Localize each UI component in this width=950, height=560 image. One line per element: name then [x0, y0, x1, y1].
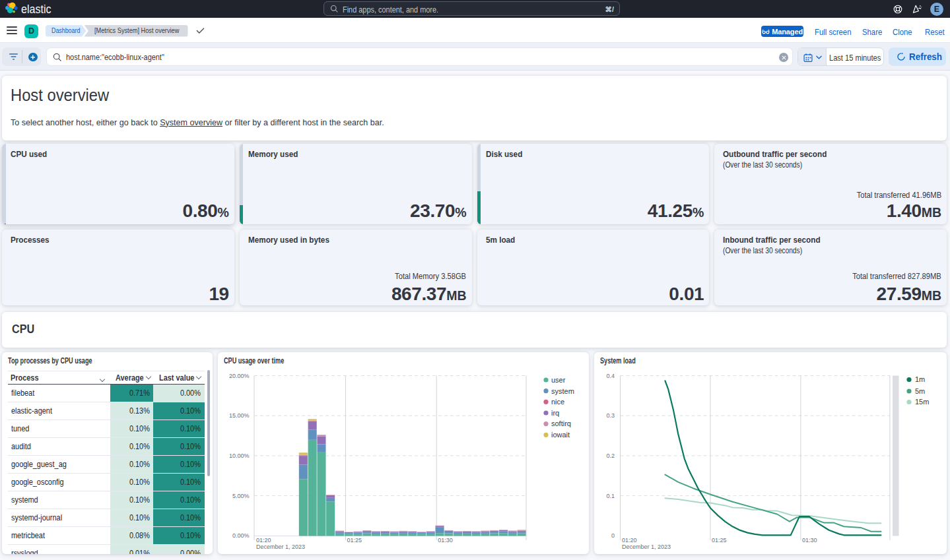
svg-text:01:25: 01:25	[712, 536, 727, 543]
svg-text:0.1: 0.1	[606, 492, 615, 499]
svg-text:iowait: iowait	[551, 431, 570, 439]
svg-text:irq: irq	[551, 408, 559, 416]
svg-text:20.00%: 20.00%	[229, 372, 250, 379]
svg-text:nice: nice	[551, 398, 564, 406]
svg-text:5.00%: 5.00%	[232, 492, 250, 499]
svg-text:01:20: 01:20	[256, 536, 271, 543]
svg-text:01:25: 01:25	[347, 536, 362, 543]
svg-text:0.2: 0.2	[606, 452, 615, 458]
svg-text:0: 0	[611, 532, 615, 539]
svg-text:user: user	[551, 375, 566, 383]
svg-text:10.00%: 10.00%	[229, 452, 250, 458]
svg-text:15m: 15m	[915, 398, 929, 406]
svg-text:December 1, 2023: December 1, 2023	[622, 544, 671, 550]
svg-text:0.4: 0.4	[606, 372, 615, 379]
svg-text:system: system	[551, 387, 574, 394]
svg-text:5m: 5m	[915, 387, 925, 394]
svg-text:0.00%: 0.00%	[232, 532, 250, 539]
svg-text:01:30: 01:30	[438, 536, 453, 543]
svg-text:December 1, 2023: December 1, 2023	[256, 544, 305, 550]
svg-text:0.3: 0.3	[606, 412, 615, 419]
svg-text:15.00%: 15.00%	[229, 412, 250, 419]
svg-text:softirq: softirq	[551, 420, 571, 427]
svg-text:1m: 1m	[915, 375, 925, 383]
svg-text:01:30: 01:30	[802, 536, 817, 543]
svg-text:01:20: 01:20	[622, 536, 637, 543]
